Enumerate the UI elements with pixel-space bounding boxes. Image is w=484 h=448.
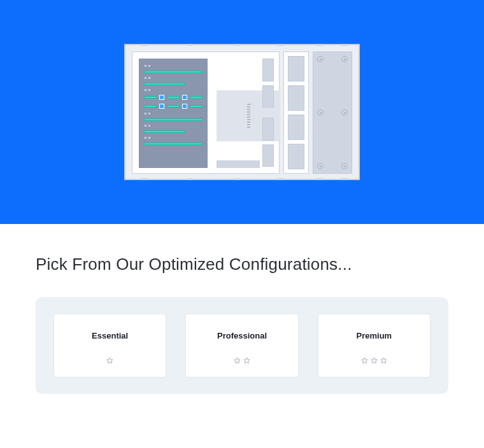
star-icon [243,357,250,364]
star-icon [234,357,241,364]
star-icon [380,357,387,364]
svg-marker-1 [234,358,240,363]
server-illustration [124,44,360,180]
svg-marker-4 [371,358,377,363]
plan-rating [234,357,250,364]
svg-marker-0 [107,358,113,363]
configurations-heading: Pick From Our Optimized Configurations..… [36,255,448,274]
hero-banner [0,0,484,224]
star-icon [106,357,113,364]
plan-professional[interactable]: Professional [185,314,298,377]
plan-title: Essential [92,331,128,340]
plans-container: Essential Professional Premium [36,297,448,394]
plan-title: Professional [217,331,267,340]
plan-rating [106,357,113,364]
plan-premium[interactable]: Premium [318,314,431,377]
svg-marker-3 [362,358,367,363]
star-icon [371,357,378,364]
plan-title: Premium [357,331,392,340]
plan-rating [361,357,387,364]
svg-marker-5 [381,358,387,363]
svg-marker-2 [244,358,250,363]
plan-essential[interactable]: Essential [53,314,166,377]
star-icon [361,357,368,364]
